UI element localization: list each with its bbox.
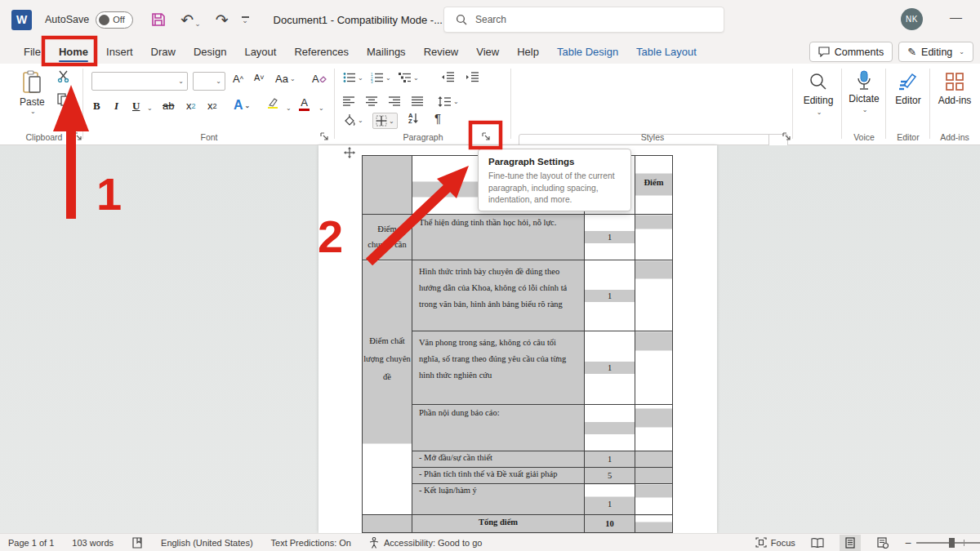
print-layout-button[interactable] xyxy=(840,535,861,551)
save-icon[interactable] xyxy=(151,12,166,27)
chevron-down-icon[interactable]: ⌄ xyxy=(286,104,292,112)
copy-button[interactable] xyxy=(57,93,69,106)
editing-group-button[interactable]: Editing ⌄ xyxy=(797,72,840,116)
bold-button[interactable]: B xyxy=(93,100,100,113)
web-layout-button[interactable] xyxy=(872,535,893,551)
proofing-book-icon[interactable] xyxy=(131,537,143,549)
tab-insert[interactable]: Insert xyxy=(97,39,142,64)
table-cell[interactable]: 1 xyxy=(585,451,635,468)
tab-layout[interactable]: Layout xyxy=(235,39,285,64)
align-left-button[interactable] xyxy=(343,96,355,106)
paste-button[interactable]: Paste ⌄ xyxy=(20,70,45,115)
show-hide-marks-button[interactable]: ¶ xyxy=(434,111,441,125)
word-count[interactable]: 103 words xyxy=(72,538,114,548)
increase-indent-button[interactable] xyxy=(466,72,479,82)
addins-button[interactable]: Add-ins xyxy=(934,72,975,106)
table-cell[interactable]: 1 xyxy=(585,215,635,260)
change-case-button[interactable]: Aa⌄ xyxy=(275,73,296,85)
multilevel-list-button[interactable]: ⌄ xyxy=(399,72,419,83)
grading-table[interactable]: Điểm Điểm chuyên cần Thể hiện đúng tinh … xyxy=(362,155,673,533)
superscript-button[interactable]: x2 xyxy=(207,100,217,112)
tab-file[interactable]: File xyxy=(15,39,50,64)
read-mode-button[interactable] xyxy=(807,535,828,551)
redo-button[interactable]: ↷ xyxy=(216,12,229,28)
shading-button[interactable]: ⌄ xyxy=(343,114,363,127)
table-cell[interactable] xyxy=(635,451,673,468)
page-indicator[interactable]: Page 1 of 1 xyxy=(8,538,54,548)
table-move-handle-icon[interactable] xyxy=(344,147,355,158)
clear-formatting-button[interactable]: A xyxy=(312,73,327,85)
table-cell[interactable]: 1 xyxy=(585,484,635,515)
table-cell[interactable]: 5 xyxy=(585,468,635,484)
total-points-cell[interactable]: 10 xyxy=(585,515,635,533)
table-cell[interactable]: - Phân tích tình thế và Đề xuất giải phá… xyxy=(412,468,585,484)
table-cell[interactable]: Văn phong trong sáng, không có câu tối n… xyxy=(412,331,585,405)
tab-mailings[interactable]: Mailings xyxy=(358,39,415,64)
table-cell[interactable]: - Mở đầu/sự cần thiết xyxy=(412,451,585,468)
text-effects-button[interactable]: A⌄ xyxy=(234,98,250,113)
undo-button[interactable]: ↶⌄ xyxy=(180,12,200,28)
align-center-button[interactable] xyxy=(366,96,378,106)
table-cell[interactable] xyxy=(635,515,673,533)
shrink-font-button[interactable]: A˅ xyxy=(254,73,265,82)
table-cell[interactable] xyxy=(635,405,673,451)
tab-view[interactable]: View xyxy=(467,39,508,64)
bullets-button[interactable]: ⌄ xyxy=(343,72,363,83)
font-size-combo[interactable]: ⌄ xyxy=(193,72,225,91)
dialog-launcher-icon[interactable] xyxy=(74,132,83,142)
paragraph-dialog-launcher-icon[interactable] xyxy=(482,132,492,142)
editing-mode-button[interactable]: ✎ Editing ⌄ xyxy=(898,42,973,62)
highlight-color-button[interactable] xyxy=(266,98,279,109)
justify-button[interactable] xyxy=(412,96,424,106)
autosave-toggle[interactable]: Off xyxy=(96,11,133,29)
table-cell[interactable]: Điểm chuyên cần xyxy=(363,215,412,260)
font-name-combo[interactable]: ⌄ xyxy=(91,72,188,91)
tab-review[interactable]: Review xyxy=(415,39,468,64)
align-right-button[interactable] xyxy=(389,96,401,106)
sort-button[interactable]: AZ xyxy=(408,113,419,124)
decrease-indent-button[interactable] xyxy=(441,72,455,82)
language-indicator[interactable]: English (United States) xyxy=(161,538,253,548)
tab-help[interactable]: Help xyxy=(508,39,548,64)
table-cell[interactable] xyxy=(363,515,412,533)
comments-button[interactable]: Comments xyxy=(809,42,893,62)
table-cell[interactable] xyxy=(635,260,673,331)
subscript-button[interactable]: x2 xyxy=(186,100,196,112)
font-color-button[interactable]: A xyxy=(299,98,310,111)
chevron-down-icon[interactable]: ⌄ xyxy=(147,104,153,112)
tab-table-design[interactable]: Table Design xyxy=(548,39,627,64)
borders-button[interactable]: ⌄ xyxy=(372,113,398,129)
line-spacing-button[interactable]: ⌄ xyxy=(438,96,459,107)
zoom-slider[interactable]: − xyxy=(905,536,980,549)
total-label-cell[interactable]: Tổng điểm xyxy=(412,515,585,533)
zoom-track[interactable] xyxy=(916,542,980,544)
zoom-handle[interactable] xyxy=(949,538,955,548)
focus-button[interactable]: Focus xyxy=(755,537,795,548)
table-cell[interactable] xyxy=(363,156,412,215)
zoom-out-icon[interactable]: − xyxy=(905,536,911,549)
overflow-icon[interactable]: ⌄ xyxy=(242,16,249,23)
tab-draw[interactable]: Draw xyxy=(142,39,185,64)
dialog-launcher-icon[interactable] xyxy=(782,132,792,142)
table-cell[interactable] xyxy=(635,331,673,405)
tab-design[interactable]: Design xyxy=(185,39,235,64)
table-cell[interactable]: Phần nội dung báo cáo: xyxy=(412,405,585,451)
tab-table-layout[interactable]: Table Layout xyxy=(627,39,706,64)
table-cell[interactable]: Điểm chất lượng chuyên đề xyxy=(363,260,412,515)
search-input[interactable]: Search xyxy=(443,7,724,33)
minimize-button[interactable]: — xyxy=(950,10,962,24)
table-cell[interactable] xyxy=(635,468,673,484)
table-cell[interactable] xyxy=(585,405,635,451)
accessibility-status[interactable]: Accessibility: Good to go xyxy=(369,537,482,549)
avatar[interactable]: NK xyxy=(901,8,923,30)
tab-home[interactable]: Home xyxy=(50,39,97,64)
table-cell[interactable]: Thể hiện đúng tinh thần học hỏi, nỗ lực. xyxy=(412,215,585,260)
chevron-down-icon[interactable]: ⌄ xyxy=(318,104,324,112)
table-cell[interactable] xyxy=(635,215,673,260)
grow-font-button[interactable]: A^ xyxy=(233,73,243,85)
table-cell[interactable]: Hình thức trình bày chuyên đề đúng theo … xyxy=(412,260,585,331)
editor-button[interactable]: Editor xyxy=(889,72,928,106)
table-cell[interactable]: 1 xyxy=(585,260,635,331)
italic-button[interactable]: I xyxy=(114,100,118,113)
dialog-launcher-icon[interactable] xyxy=(320,132,330,142)
